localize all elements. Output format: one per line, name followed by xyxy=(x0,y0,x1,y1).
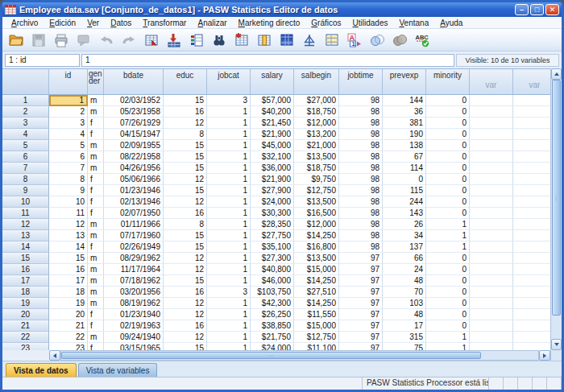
cell[interactable]: $103,750 xyxy=(251,287,294,298)
row-header-1[interactable]: 1 xyxy=(2,95,49,106)
cell[interactable]: 1 xyxy=(207,275,251,287)
cell[interactable] xyxy=(470,241,513,253)
cell[interactable]: m xyxy=(88,275,104,287)
tab-vista-de-datos[interactable]: Vista de datos xyxy=(6,363,77,377)
cell[interactable]: f xyxy=(88,196,104,208)
cell[interactable]: 0 xyxy=(426,140,470,151)
row-header-8[interactable]: 8 xyxy=(2,174,49,185)
cell[interactable]: 97 xyxy=(339,320,383,332)
select-all-corner[interactable] xyxy=(2,69,49,95)
cell[interactable]: 103 xyxy=(383,298,426,309)
cell[interactable]: 98 xyxy=(339,129,383,140)
insert-variable-button[interactable] xyxy=(254,31,275,50)
row-header-13[interactable]: 13 xyxy=(2,230,49,241)
cell[interactable]: 24 xyxy=(383,264,426,275)
cell[interactable]: $13,500 xyxy=(294,151,339,163)
cell[interactable]: $12,750 xyxy=(294,185,339,196)
cell[interactable]: 1 xyxy=(207,343,251,350)
cell[interactable]: $32,100 xyxy=(251,151,294,163)
cell[interactable]: 98 xyxy=(339,230,383,241)
cell[interactable]: 1 xyxy=(207,320,251,332)
cell[interactable]: $27,300 xyxy=(251,253,294,264)
cell[interactable]: $21,000 xyxy=(294,140,339,151)
cell[interactable]: 07/26/1929 xyxy=(104,118,164,129)
cell[interactable]: 0 xyxy=(426,185,470,196)
cell[interactable] xyxy=(513,332,550,343)
cell[interactable] xyxy=(470,343,513,350)
cell[interactable]: $57,000 xyxy=(251,95,294,106)
cell[interactable]: $45,000 xyxy=(251,140,294,151)
cell[interactable]: $18,750 xyxy=(294,163,339,174)
cell[interactable]: 23 xyxy=(49,343,88,350)
cell[interactable]: 16 xyxy=(164,208,207,219)
save-document-button[interactable] xyxy=(28,31,49,50)
cell[interactable]: 01/23/1946 xyxy=(104,185,164,196)
cell[interactable]: 15 xyxy=(164,140,207,151)
row-header-3[interactable]: 3 xyxy=(2,118,49,129)
cell[interactable] xyxy=(470,106,513,118)
cell[interactable]: 1 xyxy=(207,332,251,343)
cell[interactable] xyxy=(513,320,550,332)
cell[interactable] xyxy=(470,275,513,287)
cell[interactable]: 5 xyxy=(49,140,88,151)
cell[interactable]: 14 xyxy=(49,241,88,253)
cell[interactable]: 22 xyxy=(49,332,88,343)
close-button[interactable]: ✕ xyxy=(545,4,559,15)
goto-variable-button[interactable] xyxy=(164,31,185,50)
cell[interactable]: 05/06/1966 xyxy=(104,174,164,185)
cell[interactable] xyxy=(513,118,550,129)
cell[interactable]: 97 xyxy=(339,275,383,287)
cell[interactable]: 16 xyxy=(164,320,207,332)
cell[interactable]: 15 xyxy=(49,253,88,264)
cell[interactable]: 0 xyxy=(426,151,470,163)
cell[interactable]: 0 xyxy=(426,163,470,174)
cell[interactable]: 08/29/1962 xyxy=(104,253,164,264)
menu-edici-n[interactable]: Edición xyxy=(44,19,81,27)
value-labels-button[interactable]: A1 xyxy=(344,31,365,50)
cell[interactable]: $15,000 xyxy=(294,264,339,275)
cell[interactable]: 12 xyxy=(164,118,207,129)
cell[interactable]: $14,250 xyxy=(294,230,339,241)
cell[interactable]: 0 xyxy=(426,118,470,129)
scroll-left-arrow[interactable] xyxy=(49,350,60,361)
cell[interactable]: 15 xyxy=(164,343,207,350)
cell[interactable]: 36 xyxy=(383,106,426,118)
cell[interactable]: 02/13/1946 xyxy=(104,196,164,208)
cell[interactable]: 15 xyxy=(164,163,207,174)
cell[interactable]: 12 xyxy=(49,219,88,230)
cell[interactable]: 15 xyxy=(164,185,207,196)
menu-archivo[interactable]: Archivo xyxy=(6,19,44,27)
cell[interactable]: 21 xyxy=(49,320,88,332)
cell[interactable]: 12 xyxy=(164,196,207,208)
cell[interactable]: 0 xyxy=(426,95,470,106)
cell[interactable] xyxy=(513,140,550,151)
cell[interactable] xyxy=(470,219,513,230)
cell[interactable]: 1 xyxy=(207,264,251,275)
cell[interactable]: 13 xyxy=(49,230,88,241)
cell[interactable]: m xyxy=(88,163,104,174)
cell[interactable]: m xyxy=(88,140,104,151)
cell-editor-field[interactable]: 1 xyxy=(81,54,454,67)
cell[interactable]: 2 xyxy=(49,106,88,118)
cell[interactable]: 381 xyxy=(383,118,426,129)
cell[interactable]: 1 xyxy=(207,118,251,129)
title-bar[interactable]: Employee data.sav [Conjunto_de_datos1] -… xyxy=(2,2,562,17)
column-header-gender[interactable]: gender xyxy=(88,69,104,95)
cell[interactable]: 1 xyxy=(207,129,251,140)
cell[interactable]: 0 xyxy=(426,309,470,320)
cell[interactable]: m xyxy=(88,95,104,106)
row-header-17[interactable]: 17 xyxy=(2,275,49,287)
cell[interactable] xyxy=(513,106,550,118)
cell[interactable]: f xyxy=(88,320,104,332)
menu-ventana[interactable]: Ventana xyxy=(393,19,434,27)
cell[interactable]: f xyxy=(88,118,104,129)
cell[interactable]: 97 xyxy=(339,309,383,320)
cell[interactable]: $42,300 xyxy=(251,298,294,309)
cell[interactable]: 12 xyxy=(164,253,207,264)
cell[interactable]: m xyxy=(88,287,104,298)
cell[interactable]: 8 xyxy=(164,219,207,230)
cell[interactable]: 98 xyxy=(339,208,383,219)
cell[interactable]: 09/24/1940 xyxy=(104,332,164,343)
cell[interactable]: 70 xyxy=(383,287,426,298)
cell[interactable]: m xyxy=(88,298,104,309)
